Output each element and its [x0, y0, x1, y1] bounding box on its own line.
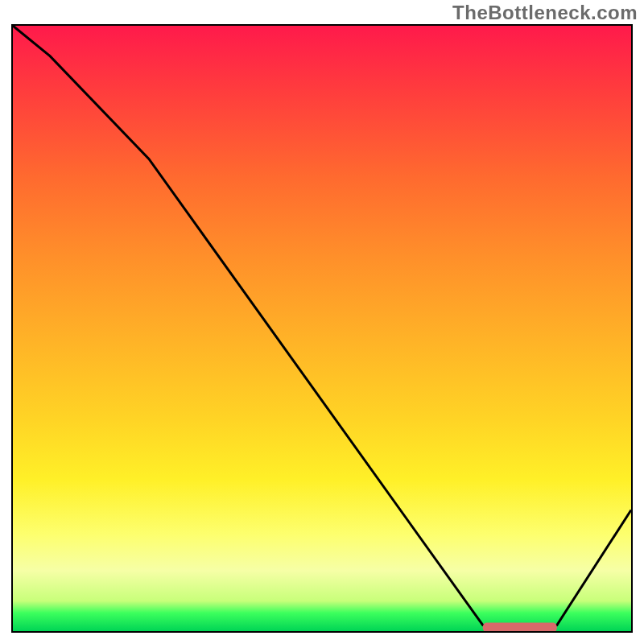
- plot-area: [11, 24, 633, 633]
- watermark-text: TheBottleneck.com: [452, 2, 638, 24]
- gradient-background: [13, 26, 631, 631]
- chart-container: TheBottleneck.com: [0, 0, 644, 644]
